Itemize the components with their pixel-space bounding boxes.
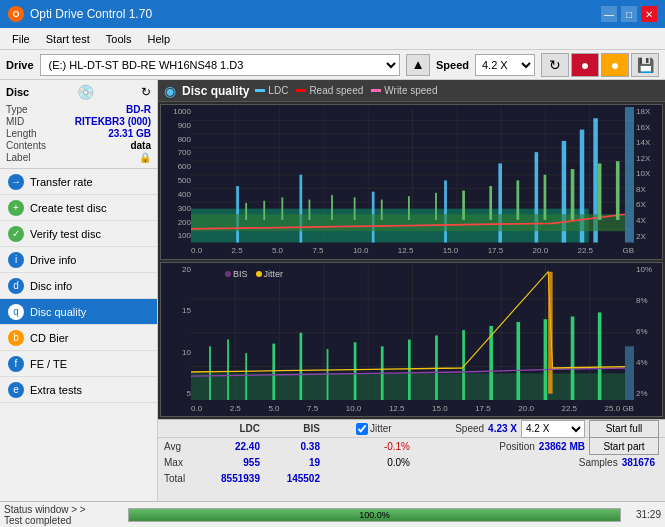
chart2-y-axis: 20 15 10 5 [161, 263, 191, 401]
menu-start-test[interactable]: Start test [38, 31, 98, 47]
verify-test-disc-icon: ✓ [8, 226, 24, 242]
speed-label: Speed [436, 59, 469, 71]
svg-rect-63 [299, 332, 302, 400]
legend-bis: BIS [225, 269, 248, 279]
svg-rect-30 [263, 201, 265, 220]
app-title: Opti Drive Control 1.70 [30, 7, 601, 21]
svg-rect-22 [444, 180, 447, 242]
legend-read-speed: Read speed [296, 85, 363, 96]
jitter-legend-label: Jitter [264, 269, 284, 279]
svg-rect-33 [331, 195, 333, 220]
disc-contents-label: Contents [6, 140, 46, 151]
disc-refresh-icon[interactable]: ↻ [141, 85, 151, 99]
total-ldc: 8551939 [204, 473, 264, 484]
menu-tools[interactable]: Tools [98, 31, 140, 47]
disc-length-value: 23.31 GB [108, 128, 151, 139]
sidebar-item-disc-info[interactable]: d Disc info [0, 273, 157, 299]
chart1-svg [191, 107, 634, 243]
sidebar-item-disc-quality[interactable]: q Disc quality [0, 299, 157, 325]
chart2-plot: BIS Jitter [191, 265, 634, 401]
sidebar-item-create-test-disc[interactable]: + Create test disc [0, 195, 157, 221]
disc-type-value: BD-R [126, 104, 151, 115]
fe-te-icon: f [8, 356, 24, 372]
color1-button[interactable]: ● [571, 53, 599, 77]
bis-jitter-chart: 20 15 10 5 10% 8% 6% 4% 2% [160, 262, 663, 418]
menu-file[interactable]: File [4, 31, 38, 47]
samples-value: 381676 [622, 457, 655, 468]
disc-quality-title: Disc quality [182, 84, 249, 98]
start-full-button[interactable]: Start full [589, 420, 659, 438]
disc-info-panel: Disc 💿 ↻ Type BD-R MID RITEKBR3 (000) Le… [0, 80, 157, 169]
legend-write-speed-color [371, 89, 381, 92]
svg-rect-34 [354, 197, 356, 220]
legend-ldc-label: LDC [268, 85, 288, 96]
status-bar: Status window > > Test completed 100.0% … [0, 501, 665, 527]
sidebar-label-cd-bier: CD Bier [30, 332, 69, 344]
save-button[interactable]: 💾 [631, 53, 659, 77]
sidebar-item-extra-tests[interactable]: e Extra tests [0, 377, 157, 403]
max-row: Max 955 19 0.0% Samples 381676 [158, 454, 665, 470]
refresh-button[interactable]: ↻ [541, 53, 569, 77]
chart2-x-axis: 0.0 2.5 5.0 7.5 10.0 12.5 15.0 17.5 20.0… [191, 400, 634, 416]
ldc-col-header: LDC [204, 423, 264, 434]
sidebar-label-fe-te: FE / TE [30, 358, 67, 370]
sidebar: Disc 💿 ↻ Type BD-R MID RITEKBR3 (000) Le… [0, 80, 158, 501]
disc-info-icon: d [8, 278, 24, 294]
disc-mid-value: RITEKBR3 (000) [75, 116, 151, 127]
sidebar-item-drive-info[interactable]: i Drive info [0, 247, 157, 273]
chart1-plot [191, 107, 634, 243]
max-bis: 19 [264, 457, 324, 468]
legend-read-speed-label: Read speed [309, 85, 363, 96]
sidebar-item-transfer-rate[interactable]: → Transfer rate [0, 169, 157, 195]
start-part-button[interactable]: Start part [589, 437, 659, 455]
maximize-button[interactable]: □ [621, 6, 637, 22]
chart-container: 1000 900 800 700 600 500 400 300 200 100… [158, 102, 665, 419]
total-row: Total 8551939 145502 [158, 470, 665, 486]
chart2-legend: BIS Jitter [225, 269, 283, 279]
menu-help[interactable]: Help [139, 31, 178, 47]
samples-label: Samples [579, 457, 618, 468]
color2-button[interactable]: ● [601, 53, 629, 77]
position-label: Position [499, 441, 535, 452]
position-value: 23862 MB [539, 441, 585, 452]
speed-section-label: Speed [455, 423, 484, 434]
svg-rect-65 [354, 342, 357, 400]
sidebar-menu: → Transfer rate + Create test disc ✓ Ver… [0, 169, 157, 501]
speed-combo[interactable]: 4.2 X [521, 420, 585, 438]
close-button[interactable]: ✕ [641, 6, 657, 22]
start-buttons: Start full [589, 420, 659, 438]
speed-select[interactable]: 4.2 X [475, 54, 535, 76]
bis-legend-dot [225, 271, 231, 277]
disc-label-label: Label [6, 152, 30, 163]
eject-button[interactable]: ▲ [406, 54, 430, 76]
status-text-area: Status window > > Test completed [4, 504, 124, 526]
disc-section-title: Disc [6, 86, 29, 98]
svg-rect-67 [408, 339, 411, 400]
stats-col-headers: LDC BIS Jitter Speed 4.23 X 4.2 X Start … [158, 420, 665, 438]
menu-bar: File Start test Tools Help [0, 28, 665, 50]
sidebar-item-verify-test-disc[interactable]: ✓ Verify test disc [0, 221, 157, 247]
svg-rect-71 [516, 321, 520, 400]
drive-select[interactable]: (E:) HL-DT-ST BD-RE WH16NS48 1.D3 [40, 54, 400, 76]
content-area: ◉ Disc quality LDC Read speed Write spee… [158, 80, 665, 501]
bis-col-header: BIS [264, 423, 324, 434]
svg-rect-19 [236, 186, 239, 242]
progress-text: 100.0% [129, 509, 620, 521]
jitter-checkbox[interactable] [356, 423, 368, 435]
status-time: 31:29 [625, 509, 661, 520]
status-completed-text: Test completed [4, 515, 124, 526]
disc-quality-header-icon: ◉ [164, 83, 176, 99]
sidebar-item-fe-te[interactable]: f FE / TE [0, 351, 157, 377]
minimize-button[interactable]: — [601, 6, 617, 22]
disc-icon: 💿 [77, 84, 94, 100]
legend-ldc-color [255, 89, 265, 92]
avg-bis: 0.38 [264, 441, 324, 452]
svg-rect-72 [544, 319, 548, 400]
bis-legend-label: BIS [233, 269, 248, 279]
svg-rect-76 [625, 346, 634, 400]
svg-rect-40 [516, 180, 519, 220]
sidebar-item-cd-bier[interactable]: b CD Bier [0, 325, 157, 351]
jitter-label: Jitter [370, 423, 392, 434]
total-bis: 145502 [264, 473, 324, 484]
legend-jitter: Jitter [256, 269, 284, 279]
